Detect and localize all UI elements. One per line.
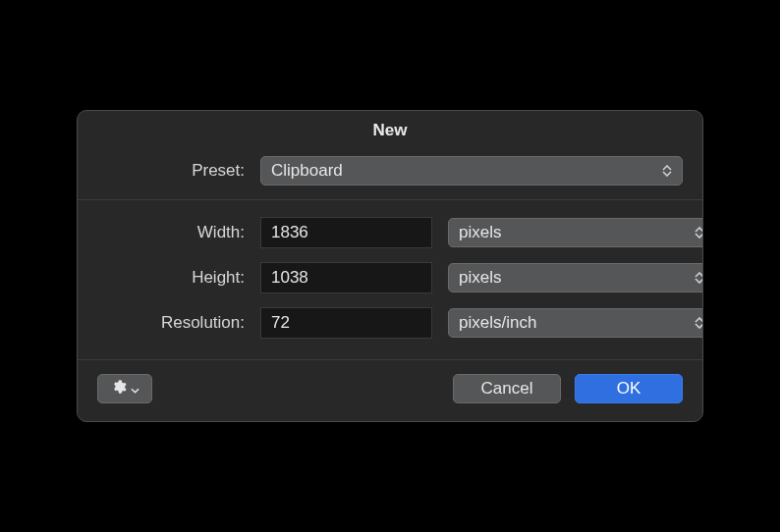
width-unit-value: pixels xyxy=(459,223,501,242)
width-label: Width: xyxy=(97,223,245,242)
resolution-row: Resolution: pixels/inch xyxy=(78,300,702,346)
height-unit-value: pixels xyxy=(459,268,501,288)
dialog-title: New xyxy=(78,111,702,152)
preset-row: Preset: Clipboard xyxy=(78,152,702,199)
width-unit-select[interactable]: pixels xyxy=(448,218,703,247)
height-label: Height: xyxy=(97,268,245,288)
height-row: Height: pixels xyxy=(78,255,702,300)
preset-select[interactable]: Clipboard xyxy=(260,156,683,186)
cancel-button[interactable]: Cancel xyxy=(453,374,561,403)
chevron-up-down-icon xyxy=(662,165,672,177)
height-unit-select[interactable]: pixels xyxy=(448,263,703,293)
body-section: Width: pixels Height: pixels R xyxy=(78,200,702,359)
chevron-up-down-icon xyxy=(695,227,703,239)
preset-value: Clipboard xyxy=(271,161,343,181)
resolution-label: Resolution: xyxy=(97,313,245,333)
preset-label: Preset: xyxy=(97,161,245,181)
gear-icon xyxy=(111,379,127,399)
resolution-unit-select[interactable]: pixels/inch xyxy=(448,308,703,338)
settings-menu-button[interactable] xyxy=(97,374,152,403)
new-dialog: New Preset: Clipboard Width: pixels H xyxy=(77,110,703,422)
resolution-input[interactable] xyxy=(260,307,432,339)
height-input[interactable] xyxy=(260,262,432,293)
chevron-up-down-icon xyxy=(695,272,703,284)
width-row: Width: pixels xyxy=(78,210,702,255)
width-input[interactable] xyxy=(260,217,432,248)
resolution-unit-value: pixels/inch xyxy=(459,313,536,333)
chevron-up-down-icon xyxy=(695,317,703,329)
chevron-down-icon xyxy=(131,380,139,398)
ok-button[interactable]: OK xyxy=(575,374,683,403)
footer: Cancel OK xyxy=(78,360,702,421)
